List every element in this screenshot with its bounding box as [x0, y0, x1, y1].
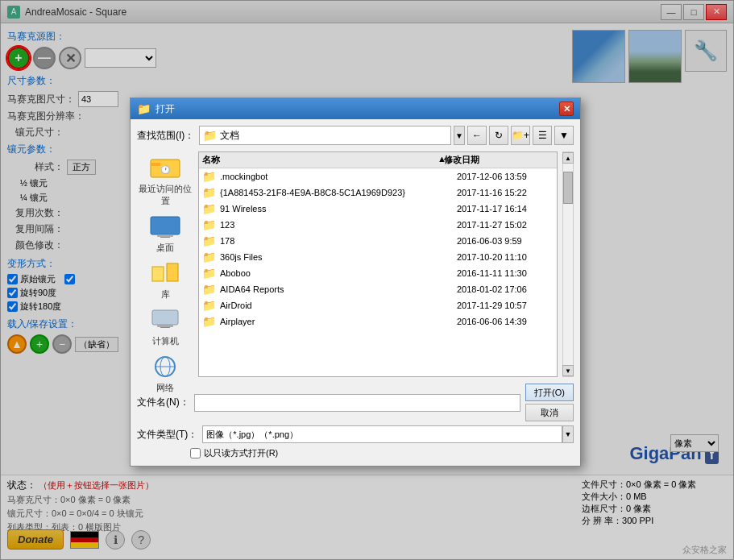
file-row[interactable]: 📁 Airplayer 2016-06-06 14:39 [199, 313, 557, 330]
nav-view-button[interactable]: ☰ [533, 126, 552, 145]
folder-icon: 📁 [202, 267, 217, 280]
library-icon [149, 260, 181, 286]
sort-arrow: ▲ [437, 154, 444, 166]
file-row[interactable]: 📁 AIDA64 Reports 2018-01-02 17:06 [199, 281, 557, 297]
nav-up-button[interactable]: 📁+ [511, 126, 530, 145]
svg-rect-10 [157, 325, 173, 327]
file-date: 2017-11-29 10:57 [457, 301, 554, 310]
file-name: Aboboo [220, 268, 454, 278]
desktop-label: 桌面 [156, 242, 174, 254]
dialog-overlay: 📁 打开 ✕ 查找范围(I)： 📁 文档 ▼ ← ↻ [1, 1, 733, 559]
file-name: Airplayer [220, 317, 454, 326]
readonly-label: 以只读方式打开(R) [204, 447, 278, 459]
dialog-title-bar: 📁 打开 ✕ [131, 98, 580, 119]
file-row[interactable]: 📁 AirDroid 2017-11-29 10:57 [199, 297, 557, 313]
sidebar-network[interactable]: 网络 [149, 354, 181, 394]
sidebar-desktop[interactable]: 桌面 [149, 214, 181, 254]
filetype-value: 图像（*.jpg）（*.png） [202, 425, 562, 443]
filetype-label: 文件类型(T)： [137, 428, 197, 442]
dialog-sidebar: 🕐 最近访问的位置 桌面 [137, 151, 193, 377]
file-row[interactable]: 📁 178 2016-06-03 9:59 [199, 233, 557, 249]
file-row[interactable]: 📁 91 Wireless 2017-11-17 16:14 [199, 201, 557, 217]
folder-icon: 📁 [202, 202, 217, 215]
file-row[interactable]: 📁 Aboboo 2016-11-11 11:30 [199, 265, 557, 281]
network-icon [149, 354, 181, 380]
folder-icon: 📁 [202, 315, 217, 328]
dialog-bottom: 文件名(N)： 打开(O) 取消 文件类型(T)： 图像（*.jpg）（*.pn… [137, 384, 574, 459]
file-row[interactable]: 📁 360js Files 2017-10-20 11:10 [199, 249, 557, 265]
file-name: .mockingbot [220, 172, 454, 181]
dialog-title-icon: 📁 [137, 102, 151, 115]
file-list-header: 名称 ▲ 修改日期 [199, 152, 557, 168]
file-name: {1A881453-21F8-4E9A-B8C8-5C1A1969D923} [220, 188, 454, 197]
file-date: 2017-12-06 13:59 [457, 172, 554, 181]
file-row[interactable]: 📁 .mockingbot 2017-12-06 13:59 [199, 168, 557, 185]
file-date: 2017-11-27 15:02 [457, 220, 554, 230]
readonly-checkbox[interactable] [190, 448, 201, 458]
folder-icon: 📁 [203, 129, 217, 142]
file-date: 2016-06-06 14:39 [457, 317, 554, 326]
file-list: 名称 ▲ 修改日期 📁 .mockingbot 2017-12-06 13:59… [198, 151, 558, 377]
search-label: 查找范围(I)： [137, 129, 194, 143]
nav-location: 📁 文档 [199, 126, 451, 145]
nav-controls: 📁 文档 ▼ ← ↻ 📁+ ☰ ▼ [199, 126, 574, 145]
nav-view2-button[interactable]: ▼ [554, 126, 574, 145]
filetype-row: 文件类型(T)： 图像（*.jpg）（*.png） ▼ [137, 425, 574, 443]
scroll-down-arrow[interactable]: ▼ [562, 365, 574, 376]
nav-back-button[interactable]: ← [467, 126, 487, 145]
file-open-dialog: 📁 打开 ✕ 查找范围(I)： 📁 文档 ▼ ← ↻ [130, 97, 581, 467]
recent-icon: 🕐 [149, 155, 181, 180]
sidebar-library[interactable]: 库 [149, 260, 181, 301]
desktop-icon [149, 214, 181, 239]
location-text: 文档 [220, 129, 239, 143]
dialog-title-left: 📁 打开 [137, 102, 175, 116]
file-row[interactable]: 📁 123 2017-11-27 15:02 [199, 217, 557, 233]
scroll-up-arrow[interactable]: ▲ [562, 152, 574, 164]
svg-rect-7 [167, 263, 178, 281]
file-name: 123 [220, 220, 454, 230]
svg-rect-1 [151, 163, 160, 166]
sidebar-computer[interactable]: 计算机 [149, 307, 181, 347]
file-date: 2017-11-17 16:14 [457, 204, 554, 214]
nav-refresh-button[interactable]: ↻ [489, 126, 508, 145]
file-date: 2016-06-03 9:59 [457, 236, 554, 246]
library-label: 库 [161, 288, 170, 301]
col-date-header: 修改日期 [444, 154, 541, 166]
svg-rect-5 [157, 234, 173, 237]
file-name: AIDA64 Reports [220, 284, 454, 294]
folder-icon: 📁 [202, 186, 217, 199]
open-button[interactable]: 打开(O) [525, 384, 574, 401]
svg-rect-3 [151, 217, 180, 234]
scroll-thumb[interactable] [563, 172, 573, 204]
recent-label: 最近访问的位置 [137, 183, 193, 207]
sidebar-recent[interactable]: 🕐 最近访问的位置 [137, 155, 193, 207]
scroll-track [563, 164, 573, 365]
col-name-header: 名称 [202, 154, 437, 166]
svg-rect-6 [152, 267, 164, 281]
readonly-row: 以只读方式打开(R) [190, 447, 574, 459]
filetype-dropdown-arrow[interactable]: ▼ [562, 425, 574, 443]
filename-row: 文件名(N)： 打开(O) 取消 [137, 384, 574, 421]
folder-icon: 📁 [202, 283, 217, 296]
dialog-close-button[interactable]: ✕ [559, 102, 574, 116]
dialog-title-text: 打开 [156, 102, 175, 116]
svg-text:🕐: 🕐 [160, 164, 171, 175]
folder-icon: 📁 [202, 170, 217, 183]
folder-icon: 📁 [202, 218, 217, 231]
location-dropdown-arrow[interactable]: ▼ [454, 126, 465, 145]
cancel-button[interactable]: 取消 [525, 404, 574, 421]
file-name: 91 Wireless [220, 204, 454, 214]
folder-icon: 📁 [202, 251, 217, 263]
filename-input[interactable] [194, 394, 520, 412]
open-cancel-group: 打开(O) 取消 [525, 384, 574, 421]
computer-icon [149, 307, 181, 333]
dialog-main: 🕐 最近访问的位置 桌面 [137, 151, 574, 377]
folder-icon: 📁 [202, 234, 217, 247]
file-row[interactable]: 📁 {1A881453-21F8-4E9A-B8C8-5C1A1969D923}… [199, 185, 557, 201]
svg-rect-8 [152, 310, 178, 325]
folder-icon: 📁 [202, 299, 217, 312]
file-rows-container: 📁 .mockingbot 2017-12-06 13:59 📁 {1A8814… [199, 168, 557, 330]
scrollbar[interactable]: ▲ ▼ [562, 151, 574, 377]
network-label: 网络 [156, 382, 174, 394]
file-date: 2017-10-20 11:10 [457, 252, 554, 262]
